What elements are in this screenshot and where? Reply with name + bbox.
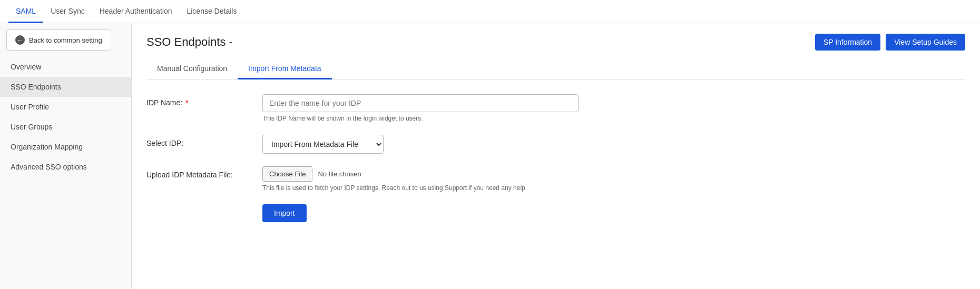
import-button[interactable]: Import — [262, 204, 307, 222]
tab-header-auth[interactable]: Header Authentication — [92, 1, 180, 23]
idp-name-label: IDP Name: * — [146, 94, 262, 107]
tab-saml[interactable]: SAML — [8, 1, 43, 23]
sidebar: ← Back to common setting Overview SSO En… — [0, 23, 132, 289]
sidebar-item-sso-endpoints[interactable]: SSO Endpoints — [0, 77, 131, 97]
file-upload-row: Choose File No file chosen — [262, 166, 579, 182]
idp-name-input[interactable] — [262, 94, 579, 112]
sso-form: IDP Name: * This IDP Name will be shown … — [146, 94, 965, 222]
import-button-spacer — [146, 204, 262, 208]
arrow-left-circle-icon: ← — [15, 35, 25, 45]
idp-name-field: This IDP Name will be shown in the login… — [262, 94, 579, 122]
upload-file-row: Upload IDP Metadata File: Choose File No… — [146, 166, 965, 192]
sp-information-button[interactable]: SP Information — [815, 34, 880, 51]
sidebar-item-advanced-sso[interactable]: Advanced SSO options — [0, 157, 131, 177]
sidebar-item-user-groups[interactable]: User Groups — [0, 117, 131, 137]
tab-manual-configuration[interactable]: Manual Configuration — [146, 59, 238, 79]
main-layout: ← Back to common setting Overview SSO En… — [0, 23, 980, 289]
page-title: SSO Endpoints - — [146, 35, 233, 49]
select-idp-row: Select IDP: Import From Metadata FileMan… — [146, 135, 965, 154]
idp-name-hint: This IDP Name will be shown in the login… — [262, 115, 579, 122]
import-button-row: Import — [146, 204, 965, 222]
sidebar-item-user-profile[interactable]: User Profile — [0, 97, 131, 117]
sidebar-item-overview[interactable]: Overview — [0, 57, 131, 77]
back-to-common-setting-button[interactable]: ← Back to common setting — [6, 29, 111, 51]
tab-license-details[interactable]: License Details — [179, 1, 244, 23]
idp-name-row: IDP Name: * This IDP Name will be shown … — [146, 94, 965, 122]
upload-file-field: Choose File No file chosen This file is … — [262, 166, 579, 192]
select-idp-label: Select IDP: — [146, 135, 262, 147]
upload-file-label: Upload IDP Metadata File: — [146, 166, 262, 179]
select-idp-dropdown[interactable]: Import From Metadata FileManual — [262, 135, 384, 154]
sidebar-item-org-mapping[interactable]: Organization Mapping — [0, 137, 131, 157]
tab-user-sync[interactable]: User Sync — [43, 1, 92, 23]
no-file-chosen-text: No file chosen — [318, 170, 361, 178]
content-tabs: Manual Configuration Import From Metadat… — [146, 59, 965, 79]
view-setup-guides-button[interactable]: View Setup Guides — [886, 34, 965, 51]
tab-import-from-metadata[interactable]: Import From Metadata — [238, 59, 332, 79]
required-star: * — [185, 98, 188, 107]
page-header: SSO Endpoints - SP Information View Setu… — [146, 34, 965, 51]
header-buttons: SP Information View Setup Guides — [815, 34, 965, 51]
back-button-label: Back to common setting — [29, 36, 102, 44]
upload-file-hint: This file is used to fetch your IDP sett… — [262, 184, 579, 192]
choose-file-button[interactable]: Choose File — [262, 166, 312, 182]
main-content: SSO Endpoints - SP Information View Setu… — [132, 23, 980, 289]
top-nav: SAML User Sync Header Authentication Lic… — [0, 0, 980, 23]
select-idp-field: Import From Metadata FileManual — [262, 135, 579, 154]
